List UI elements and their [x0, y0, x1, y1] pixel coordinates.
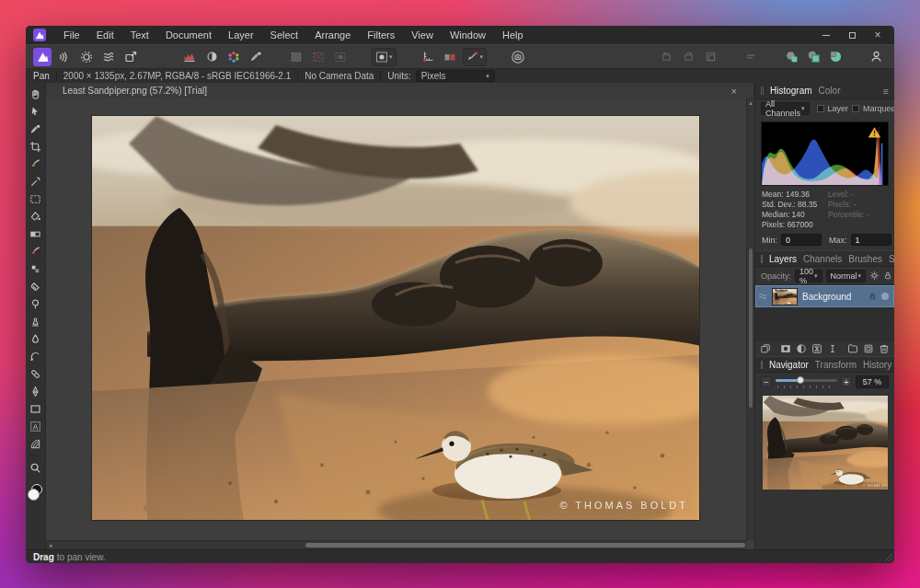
mesh-warp-tool[interactable]	[28, 435, 44, 452]
auto-colours-button[interactable]	[224, 48, 243, 66]
tab-histogram[interactable]: Histogram	[770, 86, 812, 96]
layer-lock-icon[interactable]	[868, 292, 877, 301]
tab-brushes[interactable]: Brushes	[848, 254, 882, 264]
vertical-scrollbar[interactable]: ▴	[746, 98, 754, 540]
close-button[interactable]: ×	[868, 28, 887, 42]
layer-checkbox[interactable]	[817, 105, 824, 112]
erase-brush-tool[interactable]	[28, 278, 44, 294]
min-input[interactable]	[781, 234, 822, 246]
selection-brush-tool[interactable]	[28, 156, 44, 172]
mask-layer-icon[interactable]	[780, 343, 791, 354]
dodge-brush-tool[interactable]	[28, 295, 44, 312]
healing-brush-tool[interactable]	[28, 365, 44, 382]
adjustment-layer-icon[interactable]	[796, 343, 807, 354]
layer-thumbnail[interactable]	[772, 288, 798, 306]
pen-tool[interactable]	[28, 383, 44, 399]
zoom-out-button[interactable]: −	[761, 376, 772, 387]
account-button[interactable]	[867, 48, 885, 66]
menu-view[interactable]: View	[403, 26, 442, 44]
photo-canvas[interactable]	[92, 116, 699, 520]
new-group-icon[interactable]	[847, 343, 858, 354]
canvas-area[interactable]: ▴	[46, 98, 754, 540]
rotate-right-button[interactable]	[679, 48, 697, 66]
menu-arrange[interactable]: Arrange	[306, 26, 359, 44]
menu-window[interactable]: Window	[442, 26, 494, 44]
live-filter-icon[interactable]	[811, 343, 822, 354]
units-select[interactable]: Pixels ▾	[416, 70, 495, 82]
tab-channels[interactable]: Channels	[803, 254, 842, 264]
delete-layer-icon[interactable]	[879, 343, 890, 354]
max-input[interactable]	[851, 234, 891, 246]
tab-close-icon[interactable]: ×	[728, 86, 746, 97]
maximize-button[interactable]	[843, 28, 861, 42]
channel-select[interactable]: All Channels ▾	[761, 102, 810, 115]
layer-visibility-toggle[interactable]	[881, 293, 889, 300]
liquify-persona-button[interactable]	[55, 48, 74, 66]
crop-tool[interactable]	[28, 138, 44, 155]
lock-icon[interactable]	[883, 271, 892, 281]
select-all-button[interactable]	[287, 48, 305, 66]
menu-help[interactable]: Help	[494, 26, 532, 44]
pixel-tool[interactable]	[28, 260, 44, 277]
menu-filters[interactable]: Filters	[359, 26, 403, 44]
snapping-candidates-button[interactable]	[441, 48, 459, 66]
invert-selection-button[interactable]	[331, 48, 350, 66]
snapping-manager-button[interactable]	[419, 48, 437, 66]
panel-drag-handle[interactable]	[761, 86, 764, 95]
smudge-brush-tool[interactable]	[28, 348, 44, 364]
zoom-value[interactable]: 57 %	[856, 375, 889, 388]
insert-inside-button[interactable]	[826, 48, 845, 66]
color-selector[interactable]	[28, 484, 44, 501]
scroll-up-icon[interactable]: ▴	[747, 99, 754, 107]
move-tool[interactable]	[28, 103, 44, 120]
clip-canvas-button[interactable]	[701, 48, 719, 66]
menu-layer[interactable]: Layer	[220, 26, 262, 44]
horizontal-scroll-thumb[interactable]	[305, 543, 745, 548]
opacity-select[interactable]: 100 % ▾	[795, 270, 822, 282]
layer-list[interactable]: Background	[755, 285, 894, 340]
duplicate-layer-icon[interactable]	[760, 343, 771, 354]
auto-levels-button[interactable]	[180, 48, 199, 66]
zoom-slider-thumb[interactable]	[797, 376, 804, 384]
tone-mapping-persona-button[interactable]	[99, 48, 118, 66]
fx-icon[interactable]	[827, 343, 838, 354]
layer-row-background[interactable]: Background	[755, 285, 894, 307]
insert-behind-button[interactable]	[782, 48, 800, 66]
text-tool[interactable]: A	[28, 418, 44, 434]
photo-persona-button[interactable]	[33, 48, 52, 66]
tab-color[interactable]: Color	[819, 86, 841, 96]
horizontal-scrollbar[interactable]: ◂	[46, 540, 746, 549]
assistant-button[interactable]	[509, 48, 527, 66]
gradient-tool[interactable]	[28, 225, 44, 242]
tab-transform[interactable]: Transform	[815, 360, 857, 370]
menu-select[interactable]: Select	[262, 26, 307, 44]
flood-select-tool[interactable]	[28, 173, 44, 190]
paint-brush-tool[interactable]	[28, 243, 44, 259]
minimize-button[interactable]	[817, 28, 835, 42]
vertical-scroll-thumb[interactable]	[749, 248, 753, 408]
tab-navigator[interactable]: Navigator	[769, 360, 809, 370]
auto-white-balance-button[interactable]	[247, 48, 265, 66]
menu-document[interactable]: Document	[157, 26, 220, 44]
blend-mode-select[interactable]: Normal ▾	[826, 270, 867, 282]
document-tab[interactable]: Least Sandpiper.png (57.2%) [Trial] ×	[46, 83, 754, 98]
panel-drag-handle[interactable]	[761, 361, 763, 369]
rotate-left-button[interactable]	[657, 48, 675, 66]
insert-at-top-button[interactable]	[804, 48, 822, 66]
pixel-alignment-button[interactable]: ▾	[463, 48, 488, 66]
rectangle-tool[interactable]	[28, 400, 44, 417]
quick-mask-button[interactable]: ▾	[372, 48, 397, 66]
zoom-slider[interactable]	[776, 375, 837, 388]
blend-options-gear-icon[interactable]	[869, 271, 880, 281]
panel-drag-handle[interactable]	[761, 255, 763, 263]
color-picker-tool[interactable]	[28, 121, 44, 137]
auto-contrast-button[interactable]	[202, 48, 221, 66]
menu-text[interactable]: Text	[122, 26, 157, 44]
tab-stock[interactable]: Stock	[889, 254, 894, 264]
tab-layers[interactable]: Layers	[769, 254, 797, 264]
clone-brush-tool[interactable]	[28, 313, 44, 329]
develop-persona-button[interactable]	[77, 48, 96, 66]
menu-file[interactable]: File	[55, 26, 88, 44]
new-layer-icon[interactable]	[863, 343, 874, 354]
zoom-tool[interactable]	[28, 459, 44, 476]
